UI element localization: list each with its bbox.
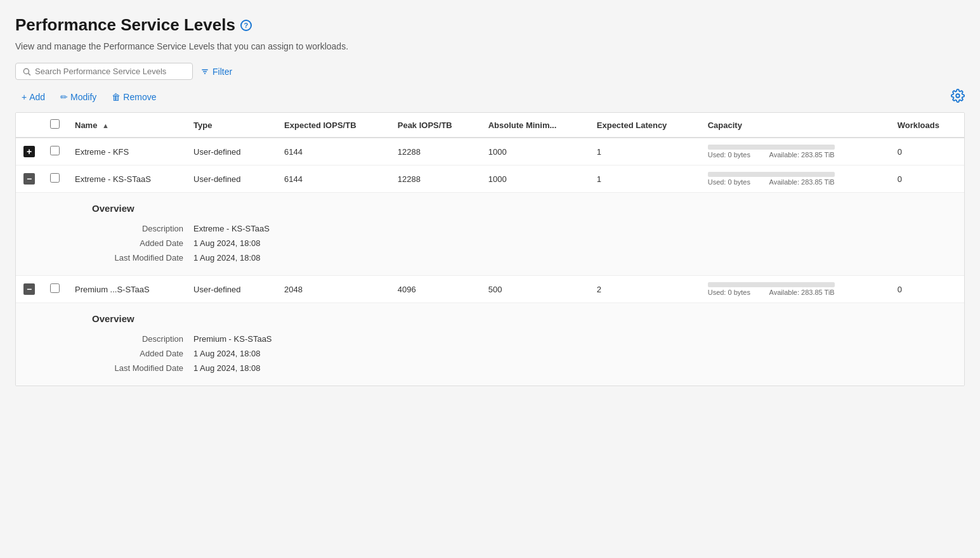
row-checkbox[interactable] [50, 146, 60, 155]
main-table: Name ▲ Type Expected IOPS/TB Peak IOPS/T… [16, 113, 964, 386]
description-label: Description [92, 224, 193, 233]
expected-iops-cell: 2048 [277, 276, 390, 303]
table-row: − Premium ...S-STaaS User-defined 2048 4… [16, 276, 964, 303]
action-left: + Add ✏ Modify 🗑 Remove [15, 89, 162, 105]
select-all-checkbox[interactable] [50, 119, 60, 129]
capacity-available-label: Available: 283.85 TiB [769, 178, 835, 186]
settings-icon[interactable] [951, 89, 965, 103]
expand-cell: − [16, 276, 42, 303]
svg-point-0 [23, 68, 29, 74]
settings-area [951, 89, 965, 105]
description-value: Extreme - KS-STaaS [193, 224, 409, 233]
detail-cell: Overview Description Extreme - KS-STaaS … [16, 193, 964, 276]
col-header-peak-iops: Peak IOPS/TB [390, 113, 481, 138]
svg-point-5 [956, 94, 960, 98]
abs-min-cell: 500 [481, 276, 589, 303]
added-date-value: 1 Aug 2024, 18:08 [193, 349, 409, 358]
col-header-expand [16, 113, 42, 138]
added-date-value: 1 Aug 2024, 18:08 [193, 238, 409, 248]
sort-arrow-name: ▲ [102, 122, 109, 129]
last-modified-label: Last Modified Date [92, 253, 193, 263]
search-input[interactable] [35, 67, 186, 76]
row-checkbox[interactable] [50, 173, 60, 183]
workloads-cell: 0 [890, 138, 964, 165]
checkbox-cell [42, 138, 67, 165]
name-cell: Premium ...S-STaaS [67, 276, 186, 303]
peak-iops-cell: 4096 [390, 276, 481, 303]
name-cell: Extreme - KFS [67, 138, 186, 165]
capacity-bar [708, 145, 835, 150]
capacity-labels: Used: 0 bytes Available: 283.85 TiB [708, 289, 835, 296]
modify-button[interactable]: ✏ Modify [54, 89, 103, 105]
add-button[interactable]: + Add [15, 89, 51, 105]
help-icon[interactable]: ? [240, 20, 252, 31]
capacity-bar [708, 172, 835, 177]
remove-label: Remove [123, 92, 156, 102]
type-cell: User-defined [186, 138, 277, 165]
col-header-checkbox [42, 113, 67, 138]
detail-title: Overview [92, 203, 964, 214]
remove-button[interactable]: 🗑 Remove [105, 89, 162, 105]
capacity-bar-wrap: Used: 0 bytes Available: 283.85 TiB [708, 282, 882, 296]
page-title-row: Performance Service Levels ? [15, 15, 965, 35]
table-header-row: Name ▲ Type Expected IOPS/TB Peak IOPS/T… [16, 113, 964, 138]
added-date-label: Added Date [92, 238, 193, 248]
detail-grid: Description Premium - KS-STaaS Added Dat… [92, 334, 409, 373]
type-cell: User-defined [186, 165, 277, 193]
capacity-available-label: Available: 283.85 TiB [769, 151, 835, 159]
expected-latency-cell: 1 [589, 165, 700, 193]
expected-iops-cell: 6144 [277, 138, 390, 165]
expand-button[interactable]: − [23, 283, 35, 295]
search-box [15, 63, 193, 80]
capacity-labels: Used: 0 bytes Available: 283.85 TiB [708, 151, 835, 159]
capacity-cell: Used: 0 bytes Available: 283.85 TiB [700, 165, 890, 193]
col-header-expected-latency: Expected Latency [589, 113, 700, 138]
capacity-available-label: Available: 283.85 TiB [769, 289, 835, 296]
expand-button[interactable]: − [23, 173, 35, 185]
svg-line-1 [29, 73, 30, 75]
checkbox-cell [42, 276, 67, 303]
col-header-capacity: Capacity [700, 113, 890, 138]
last-modified-value: 1 Aug 2024, 18:08 [193, 253, 409, 263]
action-row: + Add ✏ Modify 🗑 Remove [15, 89, 965, 105]
filter-label: Filter [212, 67, 232, 77]
col-header-type: Type [186, 113, 277, 138]
page-subtitle: View and manage the Performance Service … [15, 41, 965, 51]
expected-latency-cell: 2 [589, 276, 700, 303]
last-modified-label: Last Modified Date [92, 363, 193, 373]
expand-button[interactable]: + [23, 146, 35, 157]
toolbar-row: Filter [15, 63, 965, 80]
expected-iops-cell: 6144 [277, 165, 390, 193]
capacity-used-label: Used: 0 bytes [708, 289, 750, 296]
table-container: Name ▲ Type Expected IOPS/TB Peak IOPS/T… [15, 112, 965, 386]
modify-icon: ✏ [60, 92, 68, 102]
expand-cell: − [16, 165, 42, 193]
capacity-bar-wrap: Used: 0 bytes Available: 283.85 TiB [708, 145, 882, 159]
workloads-cell: 0 [890, 165, 964, 193]
col-header-abs-min: Absolute Minim... [481, 113, 589, 138]
expected-latency-cell: 1 [589, 138, 700, 165]
description-value: Premium - KS-STaaS [193, 334, 409, 344]
row-checkbox[interactable] [50, 283, 60, 293]
detail-cell: Overview Description Premium - KS-STaaS … [16, 303, 964, 386]
col-header-expected-iops: Expected IOPS/TB [277, 113, 390, 138]
detail-grid: Description Extreme - KS-STaaS Added Dat… [92, 224, 409, 263]
detail-row: Overview Description Premium - KS-STaaS … [16, 303, 964, 386]
capacity-bar [708, 282, 835, 287]
checkbox-cell [42, 165, 67, 193]
filter-icon [200, 67, 209, 76]
add-label: Add [29, 92, 45, 102]
col-header-name[interactable]: Name ▲ [67, 113, 186, 138]
filter-button[interactable]: Filter [200, 67, 232, 77]
detail-content: Overview Description Premium - KS-STaaS … [16, 303, 964, 386]
abs-min-cell: 1000 [481, 138, 589, 165]
table-row: − Extreme - KS-STaaS User-defined 6144 1… [16, 165, 964, 193]
last-modified-value: 1 Aug 2024, 18:08 [193, 363, 409, 373]
add-icon: + [22, 92, 27, 102]
name-cell: Extreme - KS-STaaS [67, 165, 186, 193]
description-label: Description [92, 334, 193, 344]
search-icon [22, 67, 31, 76]
type-cell: User-defined [186, 276, 277, 303]
modify-label: Modify [70, 92, 96, 102]
detail-title: Overview [92, 313, 964, 324]
